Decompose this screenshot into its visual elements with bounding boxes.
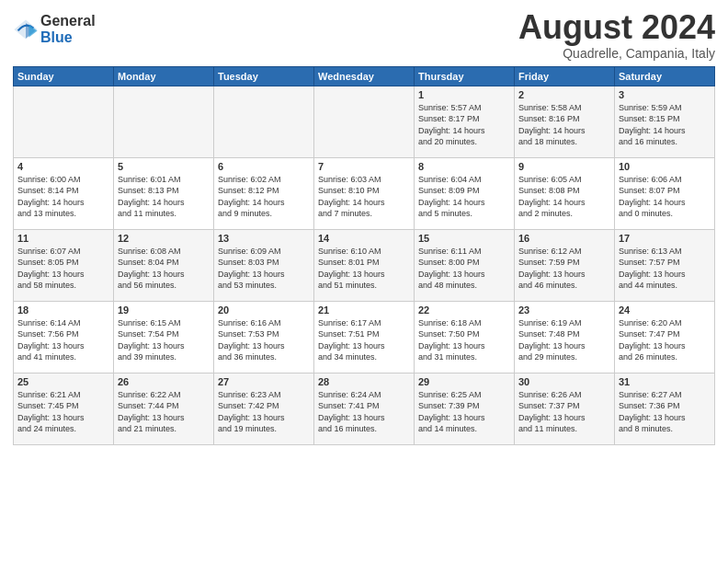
day-info: Sunrise: 6:25 AMSunset: 7:39 PMDaylight:… [418, 389, 510, 435]
day-number: 21 [318, 304, 410, 316]
day-number: 3 [619, 89, 711, 100]
day-number: 30 [518, 376, 610, 387]
col-saturday: Saturday [615, 66, 715, 86]
calendar-cell: 4Sunrise: 6:00 AMSunset: 8:14 PMDaylight… [14, 157, 114, 229]
calendar-cell: 24Sunrise: 6:20 AMSunset: 7:47 PMDayligh… [615, 301, 715, 373]
day-info: Sunrise: 6:09 AMSunset: 8:03 PMDaylight:… [218, 246, 310, 292]
calendar-week-0: 1Sunrise: 5:57 AMSunset: 8:17 PMDaylight… [14, 86, 715, 157]
day-number: 8 [418, 161, 510, 172]
day-info: Sunrise: 6:01 AMSunset: 8:13 PMDaylight:… [118, 174, 210, 220]
day-info: Sunrise: 6:14 AMSunset: 7:56 PMDaylight:… [17, 317, 109, 363]
calendar-cell: 1Sunrise: 5:57 AMSunset: 8:17 PMDaylight… [415, 86, 515, 157]
calendar-cell: 17Sunrise: 6:13 AMSunset: 7:57 PMDayligh… [615, 229, 715, 301]
title-block: August 2024 Quadrelle, Campania, Italy [518, 9, 715, 61]
calendar-cell: 23Sunrise: 6:19 AMSunset: 7:48 PMDayligh… [515, 301, 615, 373]
calendar-week-4: 25Sunrise: 6:21 AMSunset: 7:45 PMDayligh… [14, 373, 715, 444]
day-number: 4 [17, 161, 109, 172]
day-info: Sunrise: 6:17 AMSunset: 7:51 PMDaylight:… [318, 317, 410, 363]
calendar-cell: 6Sunrise: 6:02 AMSunset: 8:12 PMDaylight… [214, 157, 314, 229]
month-title: August 2024 [518, 9, 715, 46]
logo-blue: Blue [40, 29, 96, 46]
day-info: Sunrise: 6:02 AMSunset: 8:12 PMDaylight:… [218, 174, 310, 220]
day-number: 18 [17, 304, 109, 316]
calendar-cell: 31Sunrise: 6:27 AMSunset: 7:36 PMDayligh… [615, 373, 715, 444]
calendar-cell: 15Sunrise: 6:11 AMSunset: 8:00 PMDayligh… [415, 229, 515, 301]
col-thursday: Thursday [415, 66, 515, 86]
calendar-cell: 11Sunrise: 6:07 AMSunset: 8:05 PMDayligh… [14, 229, 114, 301]
logo-text: General Blue [40, 13, 96, 45]
day-info: Sunrise: 6:06 AMSunset: 8:07 PMDaylight:… [619, 174, 711, 220]
calendar-cell: 21Sunrise: 6:17 AMSunset: 7:51 PMDayligh… [314, 301, 415, 373]
calendar-cell: 27Sunrise: 6:23 AMSunset: 7:42 PMDayligh… [214, 373, 314, 444]
calendar-cell: 26Sunrise: 6:22 AMSunset: 7:44 PMDayligh… [114, 373, 214, 444]
day-info: Sunrise: 6:24 AMSunset: 7:41 PMDaylight:… [318, 389, 410, 435]
day-number: 15 [418, 233, 510, 244]
day-number: 17 [619, 233, 711, 244]
calendar-cell: 25Sunrise: 6:21 AMSunset: 7:45 PMDayligh… [14, 373, 114, 444]
calendar-cell: 28Sunrise: 6:24 AMSunset: 7:41 PMDayligh… [314, 373, 415, 444]
day-info: Sunrise: 6:13 AMSunset: 7:57 PMDaylight:… [619, 246, 711, 292]
calendar-cell: 3Sunrise: 5:59 AMSunset: 8:15 PMDaylight… [615, 86, 715, 157]
day-number: 28 [318, 376, 410, 387]
day-info: Sunrise: 6:16 AMSunset: 7:53 PMDaylight:… [218, 317, 310, 363]
col-tuesday: Tuesday [214, 66, 314, 86]
day-number: 31 [619, 376, 711, 387]
day-info: Sunrise: 5:57 AMSunset: 8:17 PMDaylight:… [418, 102, 510, 148]
day-info: Sunrise: 6:12 AMSunset: 7:59 PMDaylight:… [518, 246, 610, 292]
day-info: Sunrise: 6:11 AMSunset: 8:00 PMDaylight:… [418, 246, 510, 292]
calendar-cell: 12Sunrise: 6:08 AMSunset: 8:04 PMDayligh… [114, 229, 214, 301]
day-number: 5 [118, 161, 210, 172]
day-info: Sunrise: 6:20 AMSunset: 7:47 PMDaylight:… [619, 317, 711, 363]
day-number: 16 [518, 233, 610, 244]
calendar-cell: 19Sunrise: 6:15 AMSunset: 7:54 PMDayligh… [114, 301, 214, 373]
day-info: Sunrise: 6:08 AMSunset: 8:04 PMDaylight:… [118, 246, 210, 292]
col-friday: Friday [515, 66, 615, 86]
day-number: 29 [418, 376, 510, 387]
calendar-cell: 8Sunrise: 6:04 AMSunset: 8:09 PMDaylight… [415, 157, 515, 229]
calendar-header-row: Sunday Monday Tuesday Wednesday Thursday… [14, 66, 715, 86]
day-number: 19 [118, 304, 210, 316]
day-info: Sunrise: 6:04 AMSunset: 8:09 PMDaylight:… [418, 174, 510, 220]
day-number: 27 [218, 376, 310, 387]
calendar-cell: 16Sunrise: 6:12 AMSunset: 7:59 PMDayligh… [515, 229, 615, 301]
day-info: Sunrise: 6:07 AMSunset: 8:05 PMDaylight:… [17, 246, 109, 292]
calendar-week-1: 4Sunrise: 6:00 AMSunset: 8:14 PMDaylight… [14, 157, 715, 229]
calendar-cell [214, 86, 314, 157]
day-number: 10 [619, 161, 711, 172]
logo: General Blue [13, 13, 96, 45]
calendar-cell: 18Sunrise: 6:14 AMSunset: 7:56 PMDayligh… [14, 301, 114, 373]
day-number: 26 [118, 376, 210, 387]
day-info: Sunrise: 6:19 AMSunset: 7:48 PMDaylight:… [518, 317, 610, 363]
logo-icon [13, 17, 39, 42]
calendar-cell [14, 86, 114, 157]
calendar-cell: 10Sunrise: 6:06 AMSunset: 8:07 PMDayligh… [615, 157, 715, 229]
day-number: 6 [218, 161, 310, 172]
day-info: Sunrise: 6:26 AMSunset: 7:37 PMDaylight:… [518, 389, 610, 435]
calendar-cell: 5Sunrise: 6:01 AMSunset: 8:13 PMDaylight… [114, 157, 214, 229]
calendar-cell: 22Sunrise: 6:18 AMSunset: 7:50 PMDayligh… [415, 301, 515, 373]
calendar-cell: 9Sunrise: 6:05 AMSunset: 8:08 PMDaylight… [515, 157, 615, 229]
calendar-table: Sunday Monday Tuesday Wednesday Thursday… [13, 66, 715, 445]
calendar-cell [314, 86, 415, 157]
day-info: Sunrise: 6:18 AMSunset: 7:50 PMDaylight:… [418, 317, 510, 363]
day-info: Sunrise: 6:21 AMSunset: 7:45 PMDaylight:… [17, 389, 109, 435]
day-info: Sunrise: 6:10 AMSunset: 8:01 PMDaylight:… [318, 246, 410, 292]
calendar-cell: 30Sunrise: 6:26 AMSunset: 7:37 PMDayligh… [515, 373, 615, 444]
header: General Blue August 2024 Quadrelle, Camp… [13, 9, 715, 61]
day-number: 11 [17, 233, 109, 244]
calendar-cell: 7Sunrise: 6:03 AMSunset: 8:10 PMDaylight… [314, 157, 415, 229]
day-info: Sunrise: 5:58 AMSunset: 8:16 PMDaylight:… [518, 102, 610, 148]
day-info: Sunrise: 6:27 AMSunset: 7:36 PMDaylight:… [619, 389, 711, 435]
day-info: Sunrise: 6:03 AMSunset: 8:10 PMDaylight:… [318, 174, 410, 220]
col-monday: Monday [114, 66, 214, 86]
day-number: 7 [318, 161, 410, 172]
day-number: 24 [619, 304, 711, 316]
day-info: Sunrise: 5:59 AMSunset: 8:15 PMDaylight:… [619, 102, 711, 148]
calendar-cell: 2Sunrise: 5:58 AMSunset: 8:16 PMDaylight… [515, 86, 615, 157]
location-subtitle: Quadrelle, Campania, Italy [518, 46, 715, 61]
day-info: Sunrise: 6:15 AMSunset: 7:54 PMDaylight:… [118, 317, 210, 363]
day-number: 14 [318, 233, 410, 244]
logo-general: General [40, 13, 96, 29]
day-number: 23 [518, 304, 610, 316]
day-number: 2 [518, 89, 610, 100]
